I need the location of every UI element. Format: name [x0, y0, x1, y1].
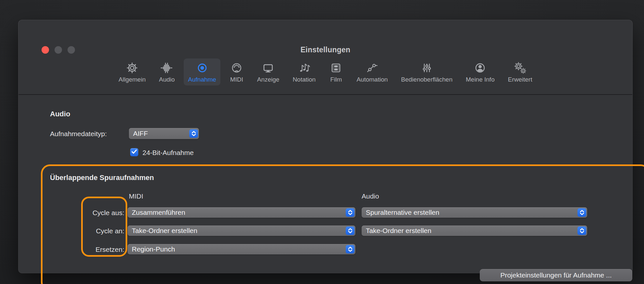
film-strip-icon: [329, 61, 343, 75]
gear-icon: [125, 61, 139, 75]
record-icon: [195, 61, 209, 75]
tab-meine-info[interactable]: Meine Info: [462, 58, 499, 85]
tab-allgemein[interactable]: Allgemein: [114, 58, 150, 85]
tab-anzeige[interactable]: Anzeige: [253, 58, 284, 85]
popup-chevrons-icon: [577, 208, 586, 217]
row-label-cycle-on: Cycle an:: [83, 227, 124, 235]
tab-film[interactable]: Film: [325, 58, 347, 85]
window-title: Einstellungen: [19, 45, 632, 54]
row-label-replace: Ersetzen:: [83, 246, 124, 253]
audio-cycle-off-value: Spuralternative erstellen: [366, 209, 439, 216]
midi-din-icon: [229, 61, 244, 75]
tab-erweitert[interactable]: Erweitert: [504, 58, 537, 85]
checkmark-icon: [131, 149, 137, 155]
file-type-label: Aufnahmedateityp:: [50, 130, 107, 138]
tab-aufnahme[interactable]: Aufnahme: [184, 58, 220, 85]
bit-depth-label: 24-Bit-Aufnahme: [142, 149, 194, 157]
midi-cycle-off-popup[interactable]: Zusammenführen: [128, 207, 355, 218]
display-icon: [261, 61, 275, 75]
tab-automation[interactable]: Automation: [352, 58, 392, 85]
music-notes-icon: [297, 61, 311, 75]
popup-chevrons-icon: [189, 129, 198, 138]
popup-chevrons-icon: [346, 245, 354, 253]
toolbar-divider: [19, 94, 632, 95]
project-settings-button[interactable]: Projekteinstellungen für Aufnahme ...: [480, 269, 632, 281]
audio-section-header: Audio: [50, 110, 70, 118]
gears-icon: [513, 61, 527, 75]
bit-depth-checkbox[interactable]: [130, 148, 138, 156]
column-header-midi: MIDI: [129, 192, 143, 200]
popup-chevrons-icon: [346, 226, 354, 235]
audio-cycle-off-popup[interactable]: Spuralternative erstellen: [362, 207, 587, 218]
overlap-section-header: Überlappende Spuraufnahmen: [50, 174, 154, 182]
tab-notation[interactable]: Notation: [289, 58, 320, 85]
annotation-highlight-outer: [41, 164, 644, 284]
row-label-cycle-off: Cycle aus:: [83, 209, 124, 217]
column-header-audio: Audio: [362, 192, 379, 200]
tab-midi[interactable]: MIDI: [225, 58, 248, 85]
midi-replace-value: Region-Punch: [132, 245, 175, 253]
file-type-popup-value: AIFF: [133, 130, 148, 137]
settings-toolbar: Allgemein Audio: [19, 58, 632, 85]
person-icon: [473, 61, 487, 75]
settings-window: Einstellungen Allgemein: [19, 20, 632, 273]
midi-cycle-on-popup[interactable]: Take-Ordner erstellen: [128, 226, 355, 236]
audio-cycle-on-value: Take-Ordner erstellen: [366, 227, 431, 235]
sliders-icon: [420, 61, 434, 75]
tab-bedienoberflaechen[interactable]: Bedienoberflächen: [397, 58, 457, 85]
automation-nodes-icon: [365, 61, 379, 75]
midi-cycle-on-value: Take-Ordner erstellen: [132, 227, 197, 235]
file-type-popup[interactable]: AIFF: [129, 128, 199, 139]
midi-replace-popup[interactable]: Region-Punch: [128, 244, 355, 254]
desktop-background: Einstellungen Allgemein: [0, 0, 644, 284]
midi-cycle-off-value: Zusammenführen: [132, 209, 185, 216]
audio-cycle-on-popup[interactable]: Take-Ordner erstellen: [362, 226, 587, 236]
tab-audio[interactable]: Audio: [155, 58, 179, 85]
popup-chevrons-icon: [346, 208, 354, 217]
popup-chevrons-icon: [577, 226, 586, 235]
waveform-icon: [160, 61, 174, 75]
